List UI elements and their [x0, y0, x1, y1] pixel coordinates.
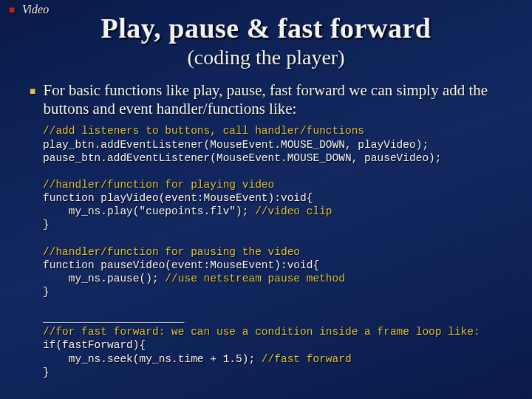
code-line: }	[43, 366, 50, 378]
code-line: my_ns.pause();	[43, 273, 165, 284]
code-comment: //handler/function for playing video	[43, 179, 274, 191]
slide-body: ■ For basic functions like play, pause, …	[30, 81, 516, 379]
code-line: ______________________	[43, 313, 184, 324]
code-line: function playVideo(event:MouseEvent):voi…	[43, 192, 313, 204]
code-line: function pauseVideo(event:MouseEvent):vo…	[43, 259, 319, 271]
category-bullet: ■	[9, 4, 15, 16]
category-label: Video	[22, 3, 49, 16]
code-line: if(fastForward){	[43, 339, 146, 351]
code-comment: //use netstream pause method	[165, 273, 345, 284]
code-comment: //video clip	[255, 205, 332, 217]
code-block: //add listeners to buttons, call handler…	[43, 124, 516, 378]
code-line: my_ns.seek(my_ns.time + 1.5);	[43, 353, 262, 365]
slide: ■ Video Play, pause & fast forward (codi…	[0, 0, 532, 399]
code-comment: //handler/function for pausing the video	[43, 246, 300, 258]
slide-subtitle: (coding the player)	[16, 46, 516, 69]
code-line: my_ns.play("cuepoints.flv");	[43, 205, 255, 217]
bullet-item: ■ For basic functions like play, pause, …	[30, 81, 516, 118]
code-line: }	[43, 286, 50, 298]
bullet-text: For basic functions like play, pause, fa…	[43, 81, 516, 118]
slide-title: Play, pause & fast forward	[16, 12, 516, 44]
code-line: play_btn.addEventListener(MouseEvent.MOU…	[43, 139, 429, 151]
code-comment: //fast forward	[262, 353, 352, 365]
code-comment: //for fast forward: we can use a conditi…	[43, 326, 480, 338]
bullet-icon: ■	[30, 86, 35, 98]
code-line: pause_btn.addEventListener(MouseEvent.MO…	[43, 152, 442, 164]
code-comment: //add listeners to buttons, call handler…	[43, 125, 364, 137]
code-line: }	[43, 219, 50, 231]
